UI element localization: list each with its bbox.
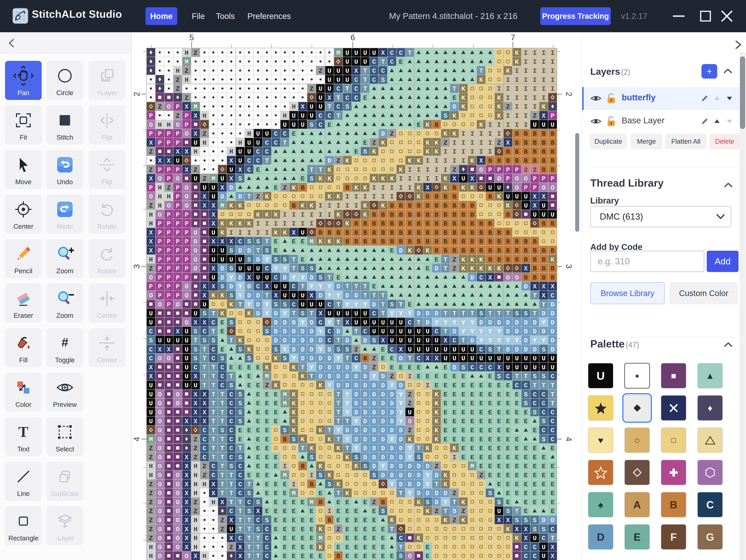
svg-text:3: 3 [565,264,573,269]
svg-text:4: 4 [132,437,141,441]
svg-text:2: 2 [132,92,141,96]
svg-text:4: 4 [565,437,573,441]
svg-text:7: 7 [511,33,515,42]
svg-text:T: T [18,424,28,440]
svg-text:2: 2 [565,92,573,96]
svg-text:#: # [61,335,68,349]
svg-text:6: 6 [350,33,355,42]
svg-text:5: 5 [190,33,194,42]
svg-text:3: 3 [132,264,141,269]
